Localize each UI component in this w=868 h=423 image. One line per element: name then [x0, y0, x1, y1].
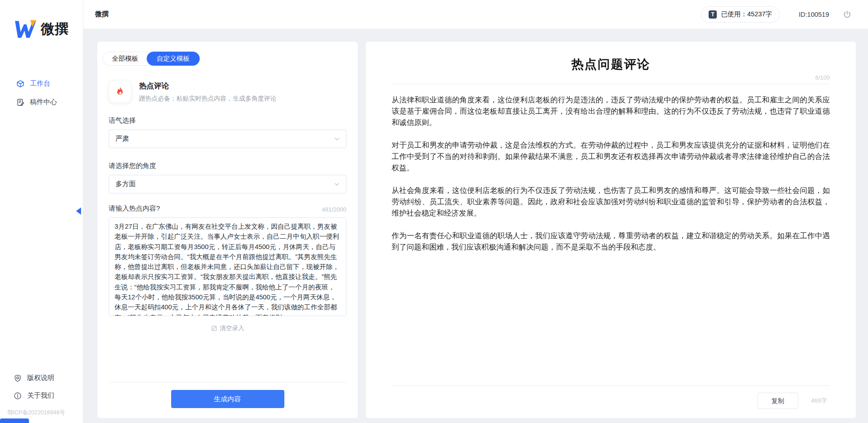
document-icon [16, 98, 24, 106]
sidebar-footer: 版权说明 关于我们 鄂ICP备2022016946号 [0, 369, 83, 417]
title-counter: 6/100 [392, 74, 830, 81]
info-icon [14, 392, 22, 400]
logout-power-icon[interactable] [843, 10, 852, 19]
char-counter: 481/2000 [322, 206, 346, 213]
shield-icon [14, 374, 22, 382]
template-card-hot-comment[interactable]: 热点评论 蹭热点必备：粘贴实时热点内容，生成多角度评论 [109, 80, 346, 103]
tone-label: 语气选择 [109, 116, 346, 125]
app-root: 微撰 工作台 [0, 0, 868, 423]
word-count-icon: T [709, 10, 717, 19]
generated-text: 从法律和职业道德的角度来看，这位便利店老板的行为是违法的，违反了劳动法规中的保护… [392, 94, 830, 264]
app-logo: 微撰 [0, 0, 83, 39]
sidebar-item-label: 版权说明 [27, 374, 54, 382]
angle-select[interactable]: 多方面 [109, 175, 346, 193]
word-count: 469字 [811, 397, 827, 405]
flame-icon [109, 80, 131, 103]
sidebar-item-copyright[interactable]: 版权说明 [0, 369, 83, 387]
template-title: 热点评论 [139, 81, 277, 91]
tab-all-templates[interactable]: 全部模板 [103, 52, 147, 65]
tone-select[interactable]: 严肃 [109, 130, 346, 148]
template-card-text: 热点评论 蹭热点必备：粘贴实时热点内容，生成多角度评论 [139, 80, 277, 103]
top-header: 微撰 T 已使用：45237字 ID:100519 [83, 0, 868, 29]
doc-paragraph: 从法律和职业道德的角度来看，这位便利店老板的行为是违法的，违反了劳动法规中的保护… [392, 94, 830, 128]
sidebar-item-label: 关于我们 [27, 391, 54, 400]
icp-number: 鄂ICP备2022016946号 [0, 404, 83, 417]
clear-input-label: 清空录入 [220, 324, 245, 332]
logo-w-icon [13, 19, 36, 39]
sidebar-item-drafts[interactable]: 稿件中心 [0, 93, 83, 111]
document-footer: 复制 469字 [392, 386, 830, 409]
main-content: 全部模板 自定义模板 热点评论 蹭热点必备：粘贴实时热点内容，生成多角度评论 语… [83, 29, 868, 423]
doc-paragraph: 对于员工和男友的申请劳动仲裁，这是合法维权的方式。在劳动仲裁的过程中，员工和男友… [392, 139, 830, 173]
title-divider [392, 84, 830, 84]
clear-input-button[interactable]: 清空录入 [109, 324, 346, 332]
template-desc: 蹭热点必备：粘贴实时热点内容，生成多角度评论 [139, 95, 277, 103]
template-tabs: 全部模板 自定义模板 [102, 52, 200, 66]
angle-value: 多方面 [115, 180, 136, 188]
tab-custom-templates[interactable]: 自定义模板 [147, 52, 200, 66]
doc-paragraph: 从社会角度来看，这位便利店老板的行为不仅违反了劳动法规，也伤害了员工和男友的感情… [392, 185, 830, 219]
user-id: ID:100519 [799, 11, 829, 18]
page-title: 热点问题评论 [392, 56, 830, 72]
sidebar-item-workbench[interactable]: 工作台 [0, 74, 83, 93]
usage-pill[interactable]: T 已使用：45237字 [701, 6, 780, 23]
sidebar-collapse-button[interactable] [76, 207, 81, 215]
header-brand: 微撰 [95, 10, 109, 19]
logo-text: 微撰 [41, 20, 69, 38]
tone-value: 严肃 [115, 135, 129, 143]
sidebar-item-label: 工作台 [30, 79, 50, 88]
hot-content-textarea[interactable]: 3月27日，在广东佛山，有网友在社交平台上发文称，因自己提离职，男友被老板一并开… [109, 217, 346, 316]
sidebar-item-about[interactable]: 关于我们 [0, 387, 83, 404]
angle-label: 请选择您的角度 [109, 162, 346, 170]
corner-widget[interactable] [0, 418, 29, 423]
doc-paragraph: 作为一名有责任心和职业道德的职场人士，我们应该遵守劳动法规，尊重劳动者的权益，建… [392, 230, 830, 253]
generate-button[interactable]: 生成内容 [171, 390, 284, 408]
hot-content-label-row: 请输入热点内容? 481/2000 [109, 204, 346, 213]
chevron-down-icon [334, 136, 340, 142]
chevron-down-icon [334, 182, 340, 187]
template-form-panel: 全部模板 自定义模板 热点评论 蹭热点必备：粘贴实时热点内容，生成多角度评论 语… [97, 42, 358, 418]
hot-content-label: 请输入热点内容? [109, 204, 160, 213]
sidebar-item-label: 稿件中心 [30, 98, 57, 106]
sidebar-nav: 工作台 稿件中心 [0, 74, 83, 111]
header-right: T 已使用：45237字 ID:100519 [701, 6, 868, 23]
generated-document-panel: 热点问题评论 6/100 从法律和职业道德的角度来看，这位便利店老板的行为是违法… [366, 42, 856, 418]
copy-button[interactable]: 复制 [758, 393, 798, 409]
sidebar: 微撰 工作台 [0, 0, 83, 423]
usage-label: 已使用：45237字 [721, 10, 772, 19]
eraser-icon [211, 325, 217, 332]
workbench-cube-icon [16, 80, 24, 88]
generate-area: 生成内容 [109, 382, 346, 418]
